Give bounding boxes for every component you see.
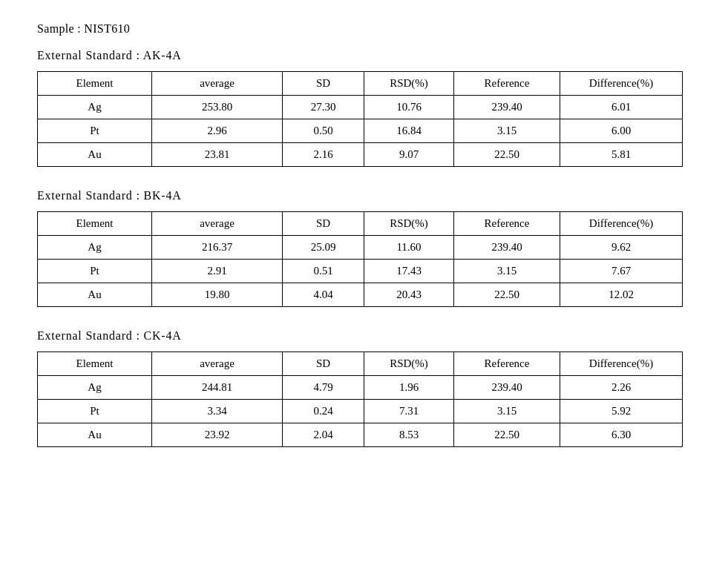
- col-header-4: Reference: [454, 212, 560, 236]
- cell-0-5: 2.26: [560, 376, 683, 400]
- cell-0-4: 239.40: [454, 96, 560, 119]
- cell-2-0: Au: [38, 283, 152, 307]
- cell-2-3: 9.07: [364, 143, 454, 167]
- table-ak4a: ElementaverageSDRSD(%)ReferenceDifferenc…: [37, 71, 683, 167]
- cell-1-4: 3.15: [454, 119, 560, 143]
- table-row: Pt3.340.247.313.155.92: [38, 400, 683, 423]
- cell-1-4: 3.15: [454, 400, 560, 423]
- cell-0-0: Ag: [38, 236, 152, 260]
- cell-1-1: 2.91: [152, 260, 283, 283]
- cell-2-5: 5.81: [560, 143, 683, 167]
- cell-1-2: 0.50: [283, 119, 364, 143]
- table-row: Ag216.3725.0911.60239.409.62: [38, 236, 683, 260]
- section-title-bk4a: External Standard : BK-4A: [37, 189, 691, 202]
- cell-2-1: 23.81: [152, 143, 283, 167]
- col-header-3: RSD(%): [364, 72, 454, 96]
- cell-0-1: 216.37: [152, 236, 283, 260]
- cell-2-2: 4.04: [283, 283, 364, 307]
- cell-0-4: 239.40: [454, 376, 560, 400]
- cell-1-5: 6.00: [560, 119, 683, 143]
- cell-2-1: 23.92: [152, 423, 283, 447]
- table-bk4a: ElementaverageSDRSD(%)ReferenceDifferenc…: [37, 211, 683, 307]
- cell-1-5: 7.67: [560, 260, 683, 283]
- col-header-5: Difference(%): [560, 72, 683, 96]
- cell-0-3: 11.60: [364, 236, 454, 260]
- col-header-5: Difference(%): [560, 212, 683, 236]
- cell-0-0: Ag: [38, 376, 152, 400]
- cell-1-4: 3.15: [454, 260, 560, 283]
- table-row: Ag253.8027.3010.76239.406.01: [38, 96, 683, 119]
- cell-2-0: Au: [38, 143, 152, 167]
- cell-0-4: 239.40: [454, 236, 560, 260]
- cell-2-3: 20.43: [364, 283, 454, 307]
- cell-2-5: 6.30: [560, 423, 683, 447]
- cell-0-5: 6.01: [560, 96, 683, 119]
- cell-0-5: 9.62: [560, 236, 683, 260]
- cell-0-3: 1.96: [364, 376, 454, 400]
- cell-0-3: 10.76: [364, 96, 454, 119]
- table-row: Pt2.960.5016.843.156.00: [38, 119, 683, 143]
- cell-1-0: Pt: [38, 400, 152, 423]
- col-header-2: SD: [283, 72, 364, 96]
- cell-2-2: 2.04: [283, 423, 364, 447]
- cell-1-1: 2.96: [152, 119, 283, 143]
- cell-2-4: 22.50: [454, 283, 560, 307]
- page-title: Sample : NIST610: [37, 22, 691, 36]
- col-header-2: SD: [283, 352, 364, 376]
- col-header-2: SD: [283, 212, 364, 236]
- col-header-5: Difference(%): [560, 352, 683, 376]
- table-row: Pt2.910.5117.433.157.67: [38, 260, 683, 283]
- table-row: Au23.922.048.5322.506.30: [38, 423, 683, 447]
- section-ck4a: External Standard : CK-4AElementaverageS…: [37, 329, 691, 447]
- cell-2-0: Au: [38, 423, 152, 447]
- table-ck4a: ElementaverageSDRSD(%)ReferenceDifferenc…: [37, 351, 683, 447]
- cell-2-2: 2.16: [283, 143, 364, 167]
- cell-2-3: 8.53: [364, 423, 454, 447]
- section-bk4a: External Standard : BK-4AElementaverageS…: [37, 189, 691, 307]
- cell-0-0: Ag: [38, 96, 152, 119]
- col-header-4: Reference: [454, 72, 560, 96]
- cell-2-4: 22.50: [454, 423, 560, 447]
- section-title-ak4a: External Standard : AK-4A: [37, 49, 691, 62]
- table-row: Au23.812.169.0722.505.81: [38, 143, 683, 167]
- col-header-1: average: [152, 72, 283, 96]
- col-header-1: average: [152, 212, 283, 236]
- cell-2-1: 19.80: [152, 283, 283, 307]
- cell-0-1: 244.81: [152, 376, 283, 400]
- col-header-1: average: [152, 352, 283, 376]
- col-header-0: Element: [38, 352, 152, 376]
- cell-1-1: 3.34: [152, 400, 283, 423]
- cell-1-5: 5.92: [560, 400, 683, 423]
- col-header-0: Element: [38, 212, 152, 236]
- col-header-3: RSD(%): [364, 212, 454, 236]
- cell-2-4: 22.50: [454, 143, 560, 167]
- cell-1-3: 17.43: [364, 260, 454, 283]
- cell-0-2: 4.79: [283, 376, 364, 400]
- cell-0-2: 25.09: [283, 236, 364, 260]
- table-row: Ag244.814.791.96239.402.26: [38, 376, 683, 400]
- cell-0-2: 27.30: [283, 96, 364, 119]
- section-ak4a: External Standard : AK-4AElementaverageS…: [37, 49, 691, 167]
- cell-0-1: 253.80: [152, 96, 283, 119]
- cell-1-3: 7.31: [364, 400, 454, 423]
- cell-1-0: Pt: [38, 119, 152, 143]
- cell-1-2: 0.24: [283, 400, 364, 423]
- cell-1-2: 0.51: [283, 260, 364, 283]
- table-row: Au19.804.0420.4322.5012.02: [38, 283, 683, 307]
- col-header-3: RSD(%): [364, 352, 454, 376]
- col-header-4: Reference: [454, 352, 560, 376]
- cell-1-0: Pt: [38, 260, 152, 283]
- section-title-ck4a: External Standard : CK-4A: [37, 329, 691, 343]
- cell-2-5: 12.02: [560, 283, 683, 307]
- cell-1-3: 16.84: [364, 119, 454, 143]
- col-header-0: Element: [38, 72, 152, 96]
